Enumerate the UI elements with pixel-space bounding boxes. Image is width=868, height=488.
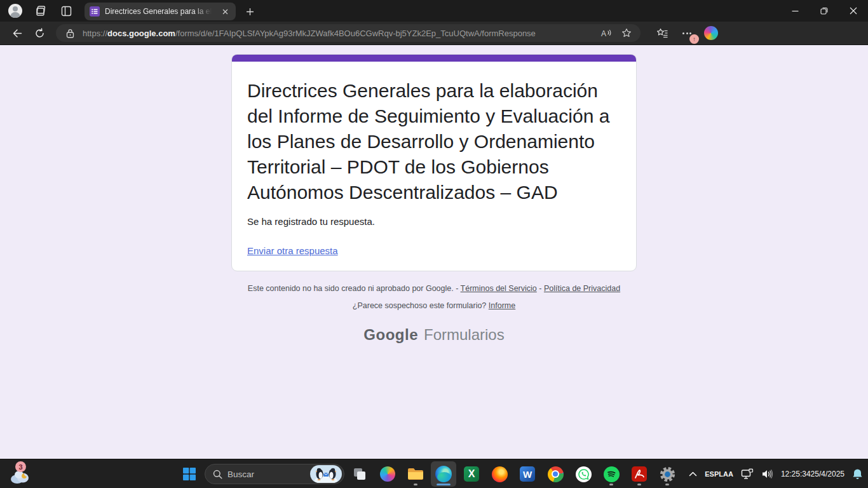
- footer-disclaimer: Este contenido no ha sido creado ni apro…: [248, 284, 458, 293]
- excel-button[interactable]: X: [459, 461, 484, 487]
- copilot-icon: [380, 466, 395, 482]
- workspaces-icon: [35, 5, 46, 17]
- profile-avatar[interactable]: [5, 2, 25, 20]
- active-running-indicator: [437, 484, 451, 485]
- acrobat-icon: [632, 466, 647, 482]
- favorites-list-icon: [656, 28, 668, 39]
- ellipsis-icon: [682, 32, 691, 34]
- widgets-button[interactable]: 3: [8, 461, 38, 487]
- tab-close-button[interactable]: [219, 6, 231, 17]
- privacy-policy-link[interactable]: Política de Privacidad: [544, 284, 620, 293]
- taskbar-search-box[interactable]: [205, 464, 344, 484]
- close-icon: [850, 7, 857, 15]
- form-response-card: Directrices Generales para la elaboració…: [231, 54, 637, 271]
- firefox-button[interactable]: [487, 461, 512, 487]
- browser-titlebar: Directrices Generales para la elabo: [0, 0, 868, 22]
- language-indicator[interactable]: ESP LAA: [705, 470, 733, 478]
- edge-button[interactable]: [431, 461, 456, 487]
- favorites-hub-button[interactable]: [652, 24, 672, 42]
- network-tray-button[interactable]: [741, 468, 754, 480]
- form-title: Directrices Generales para la elaboració…: [247, 78, 621, 205]
- tray-time: 12:25:34: [781, 470, 811, 479]
- plus-icon: [246, 8, 254, 16]
- start-button[interactable]: [177, 461, 202, 487]
- new-tab-button[interactable]: [241, 4, 258, 19]
- page-content: Directrices Generales para la elaboració…: [0, 45, 868, 459]
- whatsapp-button[interactable]: [571, 461, 596, 487]
- running-indicator: [637, 484, 641, 485]
- edge-icon: [435, 466, 452, 482]
- file-explorer-button[interactable]: [403, 461, 428, 487]
- restore-icon: [820, 7, 828, 15]
- settings-more-button[interactable]: ↑: [679, 25, 695, 41]
- star-icon: [621, 28, 632, 38]
- url-path: /forms/d/e/1FAIpQLSfAYpkAg93rMkJZWafk4BO…: [175, 29, 536, 38]
- url-host: docs.google.com: [107, 29, 175, 38]
- svg-text:A: A: [601, 29, 606, 38]
- back-button[interactable]: [6, 24, 27, 42]
- google-forms-favicon-icon: [90, 6, 100, 17]
- running-indicator: [414, 484, 417, 485]
- google-forms-logo: Google Formularios: [0, 326, 868, 344]
- windows-taskbar: 3: [0, 459, 868, 488]
- firefox-icon: [492, 466, 508, 482]
- read-aloud-button[interactable]: A: [599, 25, 614, 41]
- refresh-button[interactable]: [29, 24, 50, 42]
- site-security-button[interactable]: [62, 25, 78, 41]
- terms-of-service-link[interactable]: Términos del Servicio: [461, 284, 537, 293]
- windows-start-icon: [182, 467, 196, 481]
- confirmation-message: Se ha registrado tu respuesta.: [247, 216, 621, 227]
- taskbar-copilot-button[interactable]: [375, 461, 400, 487]
- chevron-up-icon: [689, 471, 697, 477]
- copilot-button[interactable]: [702, 24, 721, 42]
- workspaces-button[interactable]: [31, 2, 51, 20]
- settings-button[interactable]: [654, 461, 680, 487]
- browser-tab[interactable]: Directrices Generales para la elabo: [85, 3, 236, 20]
- favorite-star-button[interactable]: [619, 25, 634, 41]
- word-icon: W: [520, 466, 535, 482]
- tab-actions-button[interactable]: [56, 2, 76, 20]
- speaker-icon: [761, 469, 773, 479]
- close-icon: [222, 9, 228, 15]
- chrome-button[interactable]: [543, 461, 568, 487]
- running-indicator: [609, 484, 613, 485]
- minimize-button[interactable]: [780, 0, 810, 22]
- refresh-icon: [34, 28, 45, 39]
- report-abuse-link[interactable]: Informe: [489, 301, 515, 310]
- ethernet-network-icon: [741, 468, 754, 480]
- form-theme-bar: [232, 55, 636, 62]
- search-input[interactable]: [227, 470, 305, 479]
- task-view-button[interactable]: [347, 461, 372, 487]
- logo-product-word: Formularios: [424, 326, 505, 344]
- search-highlight-image[interactable]: [310, 465, 342, 483]
- notifications-button[interactable]: [852, 468, 863, 480]
- close-window-button[interactable]: [839, 0, 868, 22]
- clock[interactable]: 12:25:34 25/4/2025: [781, 470, 844, 479]
- taskbar-center: X W: [177, 459, 680, 488]
- submit-another-response-link[interactable]: Enviar otra respuesta: [247, 245, 338, 256]
- report-prompt: ¿Parece sospechoso este formulario?: [353, 301, 487, 310]
- restore-button[interactable]: [810, 0, 839, 22]
- word-button[interactable]: W: [515, 461, 540, 487]
- address-bar[interactable]: https://docs.google.com/forms/d/e/1FAIpQ…: [56, 24, 641, 42]
- lock-icon: [66, 29, 74, 38]
- form-footer: Este contenido no ha sido creado ni apro…: [0, 284, 868, 344]
- system-tray: ESP LAA 12:25:34 25/4/2025: [689, 459, 863, 488]
- running-indicator: [665, 484, 669, 485]
- url-text: https://docs.google.com/forms/d/e/1FAIpQ…: [83, 29, 593, 38]
- volume-tray-button[interactable]: [761, 469, 773, 479]
- spotify-button[interactable]: [599, 461, 624, 487]
- task-view-icon: [353, 467, 367, 481]
- avatar-icon: [8, 4, 22, 18]
- language-code: ESP: [705, 470, 719, 478]
- copilot-icon: [704, 26, 718, 40]
- acrobat-button[interactable]: [627, 461, 652, 487]
- tray-chevron-button[interactable]: [689, 471, 697, 477]
- tray-date: 25/4/2025: [811, 470, 844, 479]
- excel-icon: X: [464, 466, 479, 482]
- chrome-icon: [548, 466, 564, 482]
- tab-title: Directrices Generales para la elabo: [105, 7, 214, 16]
- minimize-icon: [792, 8, 799, 15]
- spotify-icon: [604, 466, 620, 482]
- read-aloud-icon: A: [600, 29, 612, 38]
